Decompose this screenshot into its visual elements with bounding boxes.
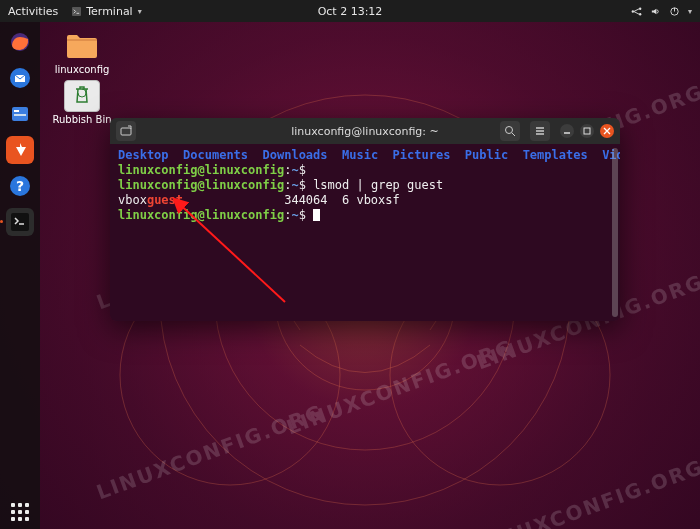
- dock-software[interactable]: [6, 136, 34, 164]
- maximize-button[interactable]: [580, 124, 594, 138]
- output-line: vboxguest 344064 6 vboxsf: [118, 193, 400, 207]
- minimize-button[interactable]: [560, 124, 574, 138]
- new-tab-icon: [120, 125, 132, 137]
- svg-text:?: ?: [16, 178, 24, 194]
- firefox-icon: [9, 31, 31, 53]
- running-indicator: [0, 220, 3, 223]
- activities-button[interactable]: Activities: [8, 5, 58, 18]
- prompt-line-1: linuxconfig@linuxconfig:~$: [118, 163, 313, 177]
- close-button[interactable]: [600, 124, 614, 138]
- ls-output-line: Desktop Documents Downloads Music Pictur…: [118, 148, 620, 162]
- desktop-icon-linuxconfig[interactable]: linuxconfig: [52, 30, 112, 75]
- svg-rect-7: [72, 7, 81, 16]
- folder-icon: [64, 30, 100, 62]
- new-tab-button[interactable]: [116, 121, 136, 141]
- volume-icon: [650, 6, 661, 17]
- software-icon: [11, 141, 29, 159]
- svg-rect-16: [14, 114, 26, 116]
- dock-firefox[interactable]: [6, 28, 34, 56]
- desktop-root: LINUXCONFIG.ORG LINUXCONFIG.ORG LINUXCON…: [0, 0, 700, 529]
- dock-thunderbird[interactable]: [6, 64, 34, 92]
- desktop-icon-label: Rubbish Bin: [52, 114, 111, 125]
- trash-icon: [64, 80, 100, 112]
- svg-rect-20: [121, 128, 131, 135]
- power-icon: [669, 6, 680, 17]
- prompt-line-3: linuxconfig@linuxconfig:~$: [118, 208, 320, 222]
- svg-point-21: [506, 127, 513, 134]
- prompt-line-2: linuxconfig@linuxconfig:~$ lsmod | grep …: [118, 178, 443, 192]
- svg-point-8: [632, 10, 634, 12]
- clock[interactable]: Oct 2 13:12: [318, 5, 383, 18]
- dock-terminal[interactable]: [6, 208, 34, 236]
- terminal-icon: [11, 213, 29, 231]
- svg-point-10: [639, 13, 641, 15]
- window-title: linuxconfig@linuxconfig: ~: [291, 125, 439, 138]
- thunderbird-icon: [9, 67, 31, 89]
- app-menu-label: Terminal: [86, 5, 133, 18]
- minimize-icon: [563, 127, 571, 135]
- terminal-scrollbar[interactable]: [612, 148, 618, 317]
- desktop-icon-rubbish-bin[interactable]: Rubbish Bin: [52, 80, 112, 125]
- search-icon: [504, 125, 516, 137]
- network-icon: [631, 6, 642, 17]
- svg-rect-15: [14, 110, 19, 112]
- maximize-icon: [583, 127, 591, 135]
- terminal-body[interactable]: Desktop Documents Downloads Music Pictur…: [110, 144, 620, 321]
- svg-point-9: [639, 7, 641, 9]
- dock: ?: [0, 22, 40, 529]
- top-panel: Activities Terminal ▾ Oct 2 13:12 ▾: [0, 0, 700, 22]
- desktop-icon-label: linuxconfig: [55, 64, 110, 75]
- show-apps-button[interactable]: [11, 503, 29, 521]
- help-icon: ?: [9, 175, 31, 197]
- cursor: [313, 209, 320, 221]
- menu-button[interactable]: [530, 121, 550, 141]
- terminal-app-icon: [72, 7, 81, 16]
- search-button[interactable]: [500, 121, 520, 141]
- hamburger-icon: [534, 125, 546, 137]
- svg-rect-19: [11, 213, 29, 231]
- svg-rect-22: [584, 128, 590, 134]
- chevron-down-icon: ▾: [138, 7, 142, 16]
- command-text: lsmod | grep guest: [313, 178, 443, 192]
- terminal-titlebar[interactable]: linuxconfig@linuxconfig: ~: [110, 118, 620, 144]
- chevron-down-icon: ▾: [688, 7, 692, 16]
- dock-help[interactable]: ?: [6, 172, 34, 200]
- dock-files[interactable]: [6, 100, 34, 128]
- close-icon: [603, 127, 611, 135]
- app-menu[interactable]: Terminal ▾: [72, 5, 142, 18]
- files-icon: [9, 103, 31, 125]
- system-status-area[interactable]: ▾: [631, 6, 692, 17]
- terminal-window: linuxconfig@linuxconfig: ~ Desktop Docum…: [110, 118, 620, 321]
